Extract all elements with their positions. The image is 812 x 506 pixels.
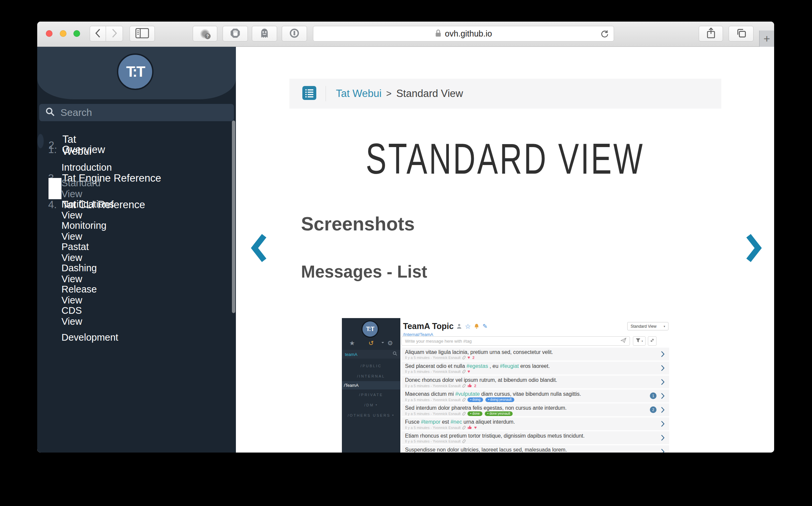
message-row[interactable]: Aliquam vitae ligula lacinia, pretium ur… [401, 348, 669, 360]
sidebar-scrollbar-thumb[interactable] [232, 120, 235, 313]
small-search-icon [393, 351, 397, 357]
chevron-right-icon[interactable] [661, 393, 664, 401]
message-segment: Maecenas dictum mi [405, 391, 455, 397]
close-window-button[interactable] [46, 30, 53, 37]
label-chip[interactable]: • doing [467, 398, 483, 402]
pencil-icon: ✎ [483, 323, 488, 330]
topic-item-public[interactable]: /PUBLIC [342, 360, 400, 371]
share-button[interactable] [699, 26, 723, 41]
next-page-arrow[interactable] [745, 233, 762, 264]
message-row[interactable]: Etiam rhoncus est pretium tortor tristiq… [401, 431, 669, 444]
chevron-left-icon [94, 27, 102, 40]
sidebar-subitem-dashing-view[interactable]: Dashing View [38, 263, 62, 284]
message-row[interactable]: Sed interdum dolor pharetra felis egesta… [401, 403, 669, 416]
funnel-icon [636, 338, 641, 344]
composer-input[interactable] [405, 339, 620, 344]
paperclip-icon [462, 369, 466, 374]
hashtag: #nec [450, 419, 462, 425]
tab-overview-button[interactable] [729, 26, 753, 41]
breadcrumb-current: Standard View [396, 88, 463, 100]
topic-item-internal[interactable]: /INTERNAL [342, 371, 400, 381]
message-row[interactable]: Suspendisse non dolor ultricies, laoreet… [401, 445, 669, 452]
sidebar-subitem-release-view[interactable]: Release View [38, 284, 62, 306]
paperclip-icon [462, 355, 466, 360]
keyhole-circle-icon [289, 28, 299, 39]
message-segment: Fusce [405, 419, 421, 425]
heart-icon: ♥ [474, 426, 477, 430]
sidebar-subitem-standard-view[interactable]: Standard View [49, 178, 62, 199]
extension-blur-button[interactable]: ? [193, 26, 217, 41]
lock-icon [435, 29, 442, 39]
extension-adblock-button[interactable] [223, 26, 248, 41]
message-composer[interactable] [401, 336, 630, 346]
message-segment: eros laoreet. [519, 363, 549, 369]
expand-button[interactable] [648, 336, 657, 346]
chevron-right-icon[interactable] [661, 435, 664, 442]
zoom-window-button[interactable] [73, 30, 80, 37]
chevron-right-icon [110, 27, 118, 40]
topic-item-dm[interactable]: /DM▾ [342, 400, 400, 410]
chevron-right-icon[interactable] [661, 421, 664, 428]
sidebar-item-tat-webui[interactable]: 2.Tat Webui [38, 134, 49, 157]
sidebar-toggle-button[interactable] [130, 26, 155, 41]
chevron-right-icon[interactable] [661, 379, 664, 387]
previous-page-arrow[interactable] [250, 233, 268, 264]
chevron-down-icon: ▾ [392, 414, 394, 417]
ghost-icon [260, 28, 269, 39]
message-timestamp-author: Il y a 5 minutes - Yvonnick Esnault [405, 356, 460, 359]
search-input[interactable] [61, 107, 220, 118]
sidebar-subitem-development[interactable]: Development [38, 327, 62, 348]
blurred-question-icon: ? [200, 29, 210, 39]
topic-label: /INTERNAL [357, 374, 385, 378]
send-icon [620, 338, 626, 344]
tat-logo-text: T:T [126, 63, 145, 80]
chevron-down-icon: ▾ [663, 325, 665, 328]
hashtag: #vulputate [455, 391, 480, 397]
message-segment: diam cursus, vitae bibendum nulla sagitt… [480, 391, 581, 397]
sidebar-search[interactable] [39, 104, 234, 121]
topic-label: /PRIVATE [359, 393, 383, 397]
minimize-window-button[interactable] [60, 30, 66, 37]
reload-button[interactable] [600, 29, 610, 40]
new-tab-button[interactable]: + [759, 30, 774, 47]
label-chip[interactable]: • done [467, 411, 483, 416]
address-bar[interactable]: ovh.github.io [313, 26, 614, 41]
url-text: ovh.github.io [445, 29, 492, 38]
bell-icon [474, 323, 479, 329]
sidebar-subitem-notifications-view[interactable]: Notifications View [38, 199, 62, 221]
message-row[interactable]: Sed placerat odio et nulla #egestas , eu… [401, 361, 669, 374]
label-chip[interactable]: • doing:yesnault [486, 398, 514, 402]
sidebar-section: 2.Tat WebuiIntroductionStandard ViewNoti… [37, 134, 44, 148]
sidebar-subitem-introduction[interactable]: Introduction [38, 157, 62, 178]
view-selector-dropdown[interactable]: Standard View ▾ [627, 322, 668, 330]
chevron-right-icon[interactable] [661, 448, 664, 452]
message-row[interactable]: Maecenas dictum mi #vulputate diam cursu… [401, 390, 669, 402]
message-row[interactable]: Fusce #tempor est #nec urna aliquet inte… [401, 417, 669, 430]
paperclip-icon [462, 384, 466, 388]
safari-window: ? [37, 21, 774, 452]
person-icon [457, 324, 461, 329]
sidebar-subitem-pastat-view[interactable]: Pastat View [38, 242, 62, 263]
chevron-right-icon[interactable] [661, 351, 664, 358]
label-chip[interactable]: • done:yesnault [485, 411, 513, 416]
sidebar-subitem-cds-view[interactable]: CDS View [38, 306, 62, 327]
topic-label: /DM [364, 403, 374, 407]
sidebar-subitem-monitoring-view[interactable]: Monitoring View [38, 221, 62, 242]
extension-1password-button[interactable] [282, 26, 307, 41]
message-row[interactable]: Donec rhoncus dolor vel ipsum rutrum, at… [401, 375, 669, 389]
filter-button[interactable]: ▾ [633, 336, 646, 346]
extension-ghostery-button[interactable] [252, 26, 277, 41]
star-icon: ★ [349, 340, 355, 347]
back-button[interactable] [90, 26, 106, 41]
message-segment: Sed placerat odio et nulla [405, 363, 466, 369]
topic-item-othersusers[interactable]: /OTHERS USERS▾ [342, 410, 400, 420]
plus-icon: + [763, 32, 770, 45]
heart-icon: ♥ [467, 369, 470, 373]
topic-item-teama[interactable]: /TeamA [342, 381, 400, 390]
forward-button[interactable] [106, 26, 123, 41]
breadcrumb-parent-link[interactable]: Tat Webui [336, 88, 381, 100]
topic-item-private[interactable]: /PRIVATE [342, 390, 400, 400]
chevron-right-icon[interactable] [661, 365, 664, 372]
thumb-up-icon [467, 425, 472, 430]
chevron-right-icon[interactable] [661, 407, 664, 414]
